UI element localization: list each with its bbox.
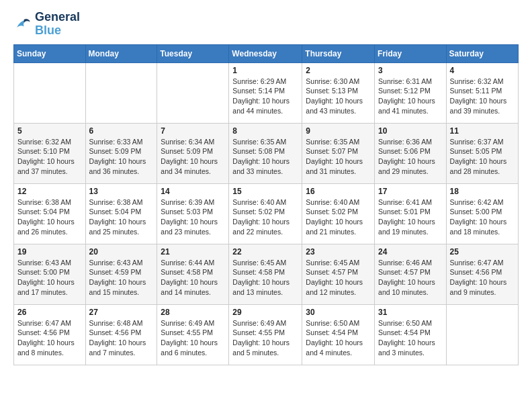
calendar-week-row: 1Sunrise: 6:29 AM Sunset: 5:14 PM Daylig… bbox=[14, 62, 519, 123]
day-detail: Sunrise: 6:40 AM Sunset: 5:02 PM Dayligh… bbox=[306, 197, 371, 237]
day-detail: Sunrise: 6:30 AM Sunset: 5:13 PM Dayligh… bbox=[306, 77, 371, 116]
calendar-cell: 5Sunrise: 6:32 AM Sunset: 5:10 PM Daylig… bbox=[14, 123, 86, 183]
logo: General Blue bbox=[13, 11, 80, 38]
day-detail: Sunrise: 6:41 AM Sunset: 5:01 PM Dayligh… bbox=[378, 197, 443, 237]
day-detail: Sunrise: 6:46 AM Sunset: 4:57 PM Dayligh… bbox=[378, 258, 443, 298]
day-number: 26 bbox=[17, 308, 82, 317]
day-detail: Sunrise: 6:42 AM Sunset: 5:00 PM Dayligh… bbox=[450, 197, 515, 237]
calendar-cell: 20Sunrise: 6:43 AM Sunset: 4:59 PM Dayli… bbox=[85, 244, 157, 304]
day-detail: Sunrise: 6:48 AM Sunset: 4:56 PM Dayligh… bbox=[89, 318, 154, 358]
day-detail: Sunrise: 6:50 AM Sunset: 4:54 PM Dayligh… bbox=[378, 318, 443, 358]
day-number: 4 bbox=[450, 66, 515, 75]
day-detail: Sunrise: 6:50 AM Sunset: 4:54 PM Dayligh… bbox=[306, 318, 371, 358]
calendar-cell: 11Sunrise: 6:37 AM Sunset: 5:05 PM Dayli… bbox=[446, 123, 518, 183]
calendar-day-header: Monday bbox=[85, 44, 157, 62]
day-number: 29 bbox=[232, 308, 298, 317]
calendar-cell: 12Sunrise: 6:38 AM Sunset: 5:04 PM Dayli… bbox=[14, 183, 86, 244]
calendar-week-row: 12Sunrise: 6:38 AM Sunset: 5:04 PM Dayli… bbox=[14, 183, 519, 244]
day-detail: Sunrise: 6:44 AM Sunset: 4:58 PM Dayligh… bbox=[161, 258, 225, 298]
calendar-day-header: Saturday bbox=[446, 44, 518, 62]
day-number: 16 bbox=[306, 187, 371, 196]
day-number: 11 bbox=[450, 126, 515, 136]
day-number: 7 bbox=[161, 126, 225, 136]
day-number: 14 bbox=[161, 187, 225, 196]
calendar-cell: 13Sunrise: 6:38 AM Sunset: 5:04 PM Dayli… bbox=[85, 183, 157, 244]
calendar-cell: 8Sunrise: 6:35 AM Sunset: 5:08 PM Daylig… bbox=[229, 123, 302, 183]
calendar-cell: 1Sunrise: 6:29 AM Sunset: 5:14 PM Daylig… bbox=[229, 62, 302, 123]
day-number: 24 bbox=[378, 247, 443, 257]
day-detail: Sunrise: 6:38 AM Sunset: 5:04 PM Dayligh… bbox=[89, 197, 154, 237]
day-number: 15 bbox=[232, 187, 298, 196]
calendar-cell: 17Sunrise: 6:41 AM Sunset: 5:01 PM Dayli… bbox=[375, 183, 447, 244]
calendar-day-header: Friday bbox=[375, 44, 447, 62]
day-number: 23 bbox=[306, 247, 371, 257]
day-number: 1 bbox=[232, 66, 298, 75]
day-number: 21 bbox=[161, 247, 225, 257]
day-number: 31 bbox=[378, 308, 443, 317]
calendar-cell bbox=[157, 62, 229, 123]
day-detail: Sunrise: 6:43 AM Sunset: 5:00 PM Dayligh… bbox=[17, 258, 82, 298]
calendar-week-row: 5Sunrise: 6:32 AM Sunset: 5:10 PM Daylig… bbox=[14, 123, 519, 183]
day-number: 20 bbox=[89, 247, 154, 257]
calendar-cell: 9Sunrise: 6:35 AM Sunset: 5:07 PM Daylig… bbox=[302, 123, 375, 183]
day-number: 5 bbox=[17, 126, 82, 136]
calendar-cell bbox=[446, 304, 518, 365]
day-detail: Sunrise: 6:35 AM Sunset: 5:07 PM Dayligh… bbox=[306, 137, 371, 177]
calendar-cell: 10Sunrise: 6:36 AM Sunset: 5:06 PM Dayli… bbox=[375, 123, 447, 183]
calendar-cell bbox=[14, 62, 86, 123]
day-detail: Sunrise: 6:43 AM Sunset: 4:59 PM Dayligh… bbox=[89, 258, 154, 298]
calendar-cell: 24Sunrise: 6:46 AM Sunset: 4:57 PM Dayli… bbox=[375, 244, 447, 304]
calendar-cell: 27Sunrise: 6:48 AM Sunset: 4:56 PM Dayli… bbox=[85, 304, 157, 365]
calendar-cell: 22Sunrise: 6:45 AM Sunset: 4:58 PM Dayli… bbox=[229, 244, 302, 304]
day-number: 2 bbox=[306, 66, 371, 75]
day-number: 25 bbox=[450, 247, 515, 257]
day-detail: Sunrise: 6:45 AM Sunset: 4:57 PM Dayligh… bbox=[306, 258, 371, 298]
calendar-cell: 29Sunrise: 6:49 AM Sunset: 4:55 PM Dayli… bbox=[229, 304, 302, 365]
calendar-cell: 21Sunrise: 6:44 AM Sunset: 4:58 PM Dayli… bbox=[157, 244, 229, 304]
day-number: 27 bbox=[89, 308, 154, 317]
day-detail: Sunrise: 6:38 AM Sunset: 5:04 PM Dayligh… bbox=[17, 197, 82, 237]
day-detail: Sunrise: 6:49 AM Sunset: 4:55 PM Dayligh… bbox=[161, 318, 225, 358]
day-number: 30 bbox=[306, 308, 371, 317]
day-detail: Sunrise: 6:32 AM Sunset: 5:11 PM Dayligh… bbox=[450, 77, 515, 116]
calendar-cell: 18Sunrise: 6:42 AM Sunset: 5:00 PM Dayli… bbox=[446, 183, 518, 244]
day-detail: Sunrise: 6:35 AM Sunset: 5:08 PM Dayligh… bbox=[232, 137, 298, 177]
calendar-cell: 23Sunrise: 6:45 AM Sunset: 4:57 PM Dayli… bbox=[302, 244, 375, 304]
day-number: 19 bbox=[17, 247, 82, 257]
calendar-day-header: Sunday bbox=[14, 44, 86, 62]
page-header: General Blue bbox=[13, 11, 519, 38]
day-number: 28 bbox=[161, 308, 225, 317]
calendar-cell: 6Sunrise: 6:33 AM Sunset: 5:09 PM Daylig… bbox=[85, 123, 157, 183]
day-number: 13 bbox=[89, 187, 154, 196]
calendar-cell: 31Sunrise: 6:50 AM Sunset: 4:54 PM Dayli… bbox=[375, 304, 447, 365]
calendar-cell: 2Sunrise: 6:30 AM Sunset: 5:13 PM Daylig… bbox=[302, 62, 375, 123]
calendar-day-header: Thursday bbox=[302, 44, 375, 62]
calendar-cell: 14Sunrise: 6:39 AM Sunset: 5:03 PM Dayli… bbox=[157, 183, 229, 244]
day-detail: Sunrise: 6:37 AM Sunset: 5:05 PM Dayligh… bbox=[450, 137, 515, 177]
logo-text: General Blue bbox=[35, 11, 80, 38]
calendar-week-row: 26Sunrise: 6:47 AM Sunset: 4:56 PM Dayli… bbox=[14, 304, 519, 365]
calendar-cell: 28Sunrise: 6:49 AM Sunset: 4:55 PM Dayli… bbox=[157, 304, 229, 365]
day-number: 18 bbox=[450, 187, 515, 196]
day-detail: Sunrise: 6:32 AM Sunset: 5:10 PM Dayligh… bbox=[17, 137, 82, 177]
day-detail: Sunrise: 6:39 AM Sunset: 5:03 PM Dayligh… bbox=[161, 197, 225, 237]
calendar-cell bbox=[85, 62, 157, 123]
calendar-cell: 26Sunrise: 6:47 AM Sunset: 4:56 PM Dayli… bbox=[14, 304, 86, 365]
day-number: 22 bbox=[232, 247, 298, 257]
calendar-body: 1Sunrise: 6:29 AM Sunset: 5:14 PM Daylig… bbox=[14, 62, 519, 365]
calendar-day-header: Wednesday bbox=[229, 44, 302, 62]
calendar-cell: 16Sunrise: 6:40 AM Sunset: 5:02 PM Dayli… bbox=[302, 183, 375, 244]
day-detail: Sunrise: 6:47 AM Sunset: 4:56 PM Dayligh… bbox=[17, 318, 82, 358]
calendar-cell: 30Sunrise: 6:50 AM Sunset: 4:54 PM Dayli… bbox=[302, 304, 375, 365]
calendar-cell: 19Sunrise: 6:43 AM Sunset: 5:00 PM Dayli… bbox=[14, 244, 86, 304]
day-detail: Sunrise: 6:40 AM Sunset: 5:02 PM Dayligh… bbox=[232, 197, 298, 237]
calendar-table: SundayMondayTuesdayWednesdayThursdayFrid… bbox=[13, 44, 519, 365]
calendar-cell: 15Sunrise: 6:40 AM Sunset: 5:02 PM Dayli… bbox=[229, 183, 302, 244]
logo-icon bbox=[13, 15, 32, 34]
day-number: 3 bbox=[378, 66, 443, 75]
calendar-cell: 3Sunrise: 6:31 AM Sunset: 5:12 PM Daylig… bbox=[375, 62, 447, 123]
day-detail: Sunrise: 6:45 AM Sunset: 4:58 PM Dayligh… bbox=[232, 258, 298, 298]
calendar-week-row: 19Sunrise: 6:43 AM Sunset: 5:00 PM Dayli… bbox=[14, 244, 519, 304]
day-number: 10 bbox=[378, 126, 443, 136]
day-detail: Sunrise: 6:47 AM Sunset: 4:56 PM Dayligh… bbox=[450, 258, 515, 298]
